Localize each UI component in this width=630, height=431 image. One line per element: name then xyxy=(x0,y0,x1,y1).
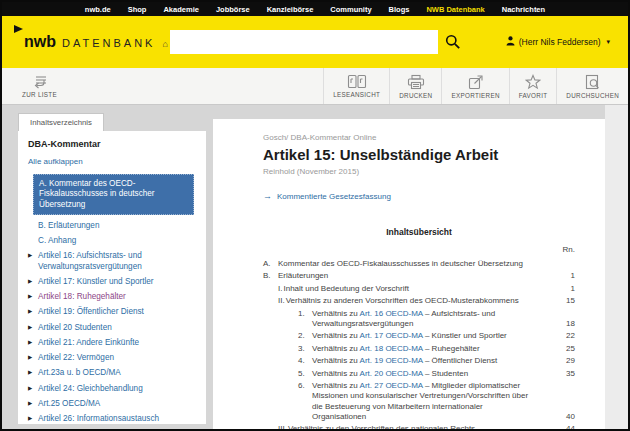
toc-row-text[interactable]: Verhältnis zu Art. 18 OECD-MA – Ruhegehä… xyxy=(312,344,549,354)
favorit-label: FAVORIT xyxy=(519,92,548,99)
drucken-label: DRUCKEN xyxy=(399,92,432,99)
search-button[interactable] xyxy=(445,34,461,50)
toc-row-label: II. xyxy=(278,296,285,306)
tree-item[interactable]: ▶ Artikel 16: Aufsichtsrats- und Verwalt… xyxy=(28,251,198,272)
tree-item[interactable]: ▶ Artikel 21: Andere Einkünfte xyxy=(28,338,198,348)
zur-liste-button[interactable]: ZUR LISTE xyxy=(16,68,63,104)
leseansicht-label: LESEANSICHT xyxy=(333,91,380,98)
toc-row: I. Inhalt und Bedeutung der Vorschrift 1 xyxy=(263,284,575,294)
exportieren-button[interactable]: EXPORTIEREN xyxy=(441,68,508,104)
home-icon[interactable]: ⌂ xyxy=(162,39,167,49)
content-area: Inhaltsverzeichnis DBA-Kommentar Alle au… xyxy=(2,105,628,429)
nav-item[interactable]: Nachrichten xyxy=(502,5,545,14)
reading-view-icon xyxy=(347,74,367,89)
toc-row-text[interactable]: Verhältnis zu Art. 20 OECD-MA – Studente… xyxy=(312,369,549,379)
logo-suffix-text: DATENBANK xyxy=(62,37,155,49)
tree-item[interactable]: ▶ Art.23a u. b OECD/MA xyxy=(28,368,198,378)
star-icon xyxy=(525,74,541,90)
toc-row-text[interactable]: Verhältnis zu Art. 17 OECD-MA – Künstler… xyxy=(312,331,549,341)
leseansicht-button[interactable]: LESEANSICHT xyxy=(323,68,389,104)
toc-row-rn: 40 xyxy=(549,412,575,422)
sidebar: Inhaltsverzeichnis DBA-Kommentar Alle au… xyxy=(18,111,206,424)
tree-item[interactable]: ▶ B. Erläuterungen xyxy=(28,221,198,231)
nav-item[interactable]: Shop xyxy=(128,5,147,14)
right-gutter xyxy=(605,105,628,429)
drucken-button[interactable]: DRUCKEN xyxy=(389,68,441,104)
toc-row-text[interactable]: Verhältnis zu den Vorschriften des natio… xyxy=(288,424,549,429)
toc-row-label: 3. xyxy=(298,344,312,354)
toc-row-label: 2. xyxy=(298,331,312,341)
tree-arrow-icon: ▶ xyxy=(28,399,34,409)
toc-inline-link[interactable]: Art. 17 OECD-MA xyxy=(360,331,423,340)
tree-item[interactable]: ▶ Artikel 19: Öffentlicher Dienst xyxy=(28,307,198,317)
tree-item[interactable]: ▶ Artikel 20 Studenten xyxy=(28,323,198,333)
search-input[interactable] xyxy=(170,30,438,54)
nav-item[interactable]: Blogs xyxy=(389,5,410,14)
nav-item[interactable]: nwb.de xyxy=(85,5,111,14)
user-icon xyxy=(506,36,515,48)
tree-arrow-icon: ▶ xyxy=(28,353,34,363)
toc-rn-header-row: Rn. xyxy=(263,245,575,254)
tree-arrow-icon: ▶ xyxy=(28,384,34,394)
tree-item[interactable]: ▶ Artikel 26: Informationsaustausch xyxy=(28,414,198,424)
nav-item[interactable]: NWB Datenbank xyxy=(426,5,484,14)
tree-arrow-icon: ▶ xyxy=(28,368,34,378)
toc-inline-link[interactable]: Art. 27 OECD-MA xyxy=(360,381,423,390)
toc-row-rn: 35 xyxy=(549,369,575,379)
tab-inhaltsverzeichnis[interactable]: Inhaltsverzeichnis xyxy=(18,113,104,131)
breadcrumb: Gosch/ DBA-Kommentar Online xyxy=(263,133,575,142)
tree-item[interactable]: ▶ A. Kommentar des OECD-Fiskalausschusse… xyxy=(33,174,194,215)
search-bar xyxy=(170,30,461,54)
toc-row-text[interactable]: Kommentar des OECD-Fiskalausschusses in … xyxy=(278,259,549,269)
favorit-button[interactable]: FAVORIT xyxy=(509,68,557,104)
exportieren-label: EXPORTIEREN xyxy=(451,92,499,99)
toc-row: 2. Verhältnis zu Art. 17 OECD-MA – Künst… xyxy=(263,331,575,341)
page-title: Artikel 15: Unselbständige Arbeit xyxy=(263,146,575,163)
tree-item-label: Artikel 26: Informationsaustausch xyxy=(38,414,159,424)
nwb-flag-icon xyxy=(14,25,23,33)
toc-row-text[interactable]: Verhältnis zu anderen Vorschriften des O… xyxy=(286,296,549,306)
tree-item[interactable]: ▶ Art.25 OECD/MA xyxy=(28,399,198,409)
tree-item[interactable]: ▶ Artikel 17: Künstler und Sportler xyxy=(28,277,198,287)
durchsuchen-button[interactable]: DURCHSUCHEN xyxy=(556,68,628,104)
toc-inline-link[interactable]: Art. 19 OECD-MA xyxy=(360,356,423,365)
toc-row: B. Erläuterungen 1 xyxy=(263,271,575,281)
toc-row-text[interactable]: Erläuterungen xyxy=(278,271,549,281)
toc-rn-header: Rn. xyxy=(563,245,575,254)
toc-inline-link[interactable]: Art. 20 OECD-MA xyxy=(360,369,423,378)
tree-item[interactable]: ▶ C. Anhang xyxy=(28,236,198,246)
sidebar-panel: DBA-Kommentar Alle aufklappen ▶ A. Komme… xyxy=(18,131,206,424)
tree-item-label: Artikel 17: Künstler und Sportler xyxy=(38,277,154,287)
toc-row-text[interactable]: Verhältnis zu Art. 27 OECD-MA – Mitglied… xyxy=(312,381,549,423)
toc-row-text[interactable]: Inhalt und Bedeutung der Vorschrift xyxy=(283,284,549,294)
tree-item-label: Artikel 22: Vermögen xyxy=(38,353,114,363)
toc-row: 3. Verhältnis zu Art. 18 OECD-MA – Ruheg… xyxy=(263,344,575,354)
gesetzesfassung-link[interactable]: → Kommentierte Gesetzesfassung xyxy=(263,192,575,201)
toc-row-text[interactable]: Verhältnis zu Art. 16 OECD-MA – Aufsicht… xyxy=(312,309,549,330)
nav-item[interactable]: Community xyxy=(330,5,371,14)
tree-item-label: Art.23a u. b OECD/MA xyxy=(38,368,121,378)
toc-rows: A. Kommentar des OECD-Fiskalausschusses … xyxy=(263,259,575,429)
toc-inline-link[interactable]: Art. 16 OECD-MA xyxy=(360,309,423,318)
arrow-right-icon: → xyxy=(263,192,272,201)
expand-all-link[interactable]: Alle aufklappen xyxy=(28,157,83,166)
nwb-logo[interactable]: nwb DATENBANK ⌂ xyxy=(24,34,168,50)
nav-item[interactable]: Jobbörse xyxy=(216,5,250,14)
user-menu[interactable]: (Herr Nils Feddersen) ▾ xyxy=(506,36,610,48)
toc-row: III. Verhältnis zu den Vorschriften des … xyxy=(263,424,575,429)
tree-item[interactable]: ▶ Artikel 22: Vermögen xyxy=(28,353,198,363)
toc-row-rn: 44 xyxy=(549,424,575,429)
toc-row: A. Kommentar des OECD-Fiskalausschusses … xyxy=(263,259,575,269)
printer-icon xyxy=(407,74,425,90)
toc-row-text[interactable]: Verhältnis zu Art. 19 OECD-MA – Öffentli… xyxy=(312,356,549,366)
nav-item[interactable]: Kanzleibörse xyxy=(267,5,314,14)
toc-row: II. Verhältnis zu anderen Vorschriften d… xyxy=(263,296,575,306)
toc-inline-link[interactable]: Art. 18 OECD-MA xyxy=(360,344,423,353)
tree-arrow-icon: ▶ xyxy=(28,277,34,287)
toc-section: Inhaltsübersicht Rn. A. Kommentar des OE… xyxy=(263,227,575,429)
nav-item[interactable]: Akademie xyxy=(163,5,198,14)
search-icon xyxy=(445,38,461,53)
tree-item[interactable]: ▶ Artikel 24: Gleichbehandlung xyxy=(28,384,198,394)
tree-arrow-icon: ▶ xyxy=(28,251,34,272)
tree-item[interactable]: ▶ Artikel 18: Ruhegehälter xyxy=(28,292,198,302)
